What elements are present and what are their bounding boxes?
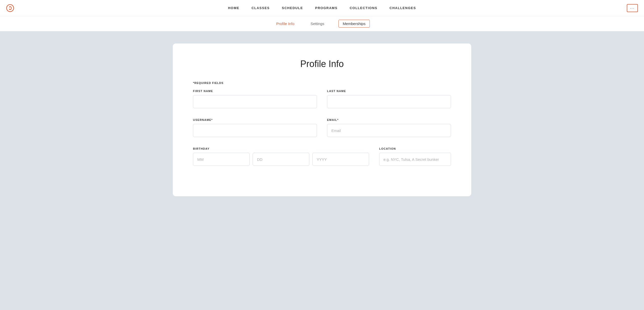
username-group: USERNAME* [193,118,317,137]
nav-challenges[interactable]: CHALLENGES [390,6,416,10]
subnav-profile-info[interactable]: Profile Info [274,20,296,27]
username-email-row: USERNAME* EMAIL* [193,118,451,137]
location-input[interactable] [379,153,451,166]
svg-point-1 [9,7,11,9]
name-row: FIRST NAME LAST NAME [193,90,451,108]
location-group: LOCATION [379,147,451,166]
location-label: LOCATION [379,147,451,150]
birthday-location-row: BIRTHDAY LOCATION [193,147,451,166]
nav-collections[interactable]: COLLECTIONS [350,6,377,10]
profile-card: Profile Info *REQUIRED FIELDS FIRST NAME… [173,43,471,196]
birthday-yyyy-input[interactable] [312,153,369,166]
sub-navigation: Profile Info Settings Memberships [0,16,644,31]
last-name-group: LAST NAME [327,90,451,108]
first-name-group: FIRST NAME [193,90,317,108]
birthday-dd-input[interactable] [253,153,309,166]
birthday-inputs [193,153,369,166]
nav-home[interactable]: HOME [228,6,239,10]
subnav-settings[interactable]: Settings [309,20,326,27]
birthday-label: BIRTHDAY [193,147,369,150]
nav-programs[interactable]: PROGRAMS [315,6,338,10]
top-navigation: HOME CLASSES SCHEDULE PROGRAMS COLLECTIO… [0,0,644,16]
email-label: EMAIL* [327,118,451,121]
profile-title: Profile Info [193,59,451,69]
birthday-group: BIRTHDAY [193,147,369,166]
username-label: USERNAME* [193,118,317,121]
birthday-mm-input[interactable] [193,153,250,166]
nav-links: HOME CLASSES SCHEDULE PROGRAMS COLLECTIO… [228,6,416,10]
required-fields-note: *REQUIRED FIELDS [193,81,451,84]
logo[interactable] [6,4,14,12]
more-menu-button[interactable]: ··· [627,4,638,12]
email-input[interactable] [327,124,451,137]
email-group: EMAIL* [327,118,451,137]
nav-classes[interactable]: CLASSES [251,6,270,10]
subnav-memberships[interactable]: Memberships [338,20,370,28]
last-name-input[interactable] [327,95,451,108]
first-name-input[interactable] [193,95,317,108]
username-input[interactable] [193,124,317,137]
first-name-label: FIRST NAME [193,90,317,93]
main-content: Profile Info *REQUIRED FIELDS FIRST NAME… [0,31,644,310]
nav-schedule[interactable]: SCHEDULE [282,6,303,10]
last-name-label: LAST NAME [327,90,451,93]
